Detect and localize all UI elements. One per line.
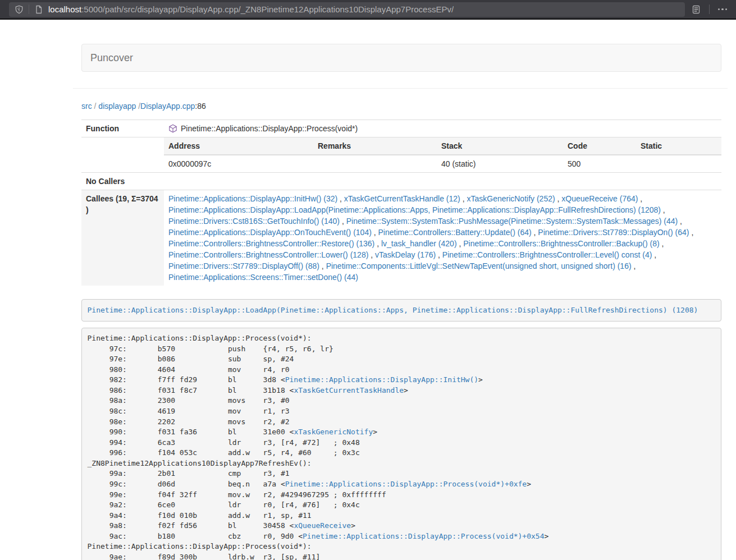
- callee-link[interactable]: Pinetime::Controllers::BrightnessControl…: [463, 239, 659, 248]
- callee-link[interactable]: xTaskGetCurrentTaskHandle (12): [344, 194, 460, 203]
- browser-toolbar: localhost:5000/path/src/displayapp/Displ…: [0, 0, 736, 20]
- reader-mode-button[interactable]: [688, 2, 704, 17]
- callee-item: Pinetime::Applications::DisplayApp::Init…: [168, 194, 342, 203]
- callee-item: Pinetime::Controllers::BrightnessControl…: [442, 250, 656, 259]
- callee-link[interactable]: Pinetime::Controllers::BrightnessControl…: [168, 239, 374, 248]
- url-path: :5000/path/src/displayapp/DisplayApp.cpp…: [81, 4, 454, 14]
- breadcrumb: src / displayapp /DisplayApp.cpp:86: [81, 100, 721, 112]
- callee-link[interactable]: Pinetime::Components::LittleVgl::SetNewT…: [326, 261, 632, 270]
- details-value-row: 0x0000097c 40 (static) 500: [164, 155, 721, 172]
- brand-link[interactable]: Puncover: [82, 44, 141, 71]
- highlighted-callee-link[interactable]: Pinetime::Applications::DisplayApp::Load…: [88, 306, 698, 314]
- asm-symbol-link[interactable]: Pinetime::Applications::DisplayApp::Proc…: [303, 532, 544, 540]
- callee-link[interactable]: Pinetime::Drivers::Cst816S::GetTouchInfo…: [168, 217, 340, 226]
- col-stack: Stack: [437, 137, 563, 155]
- asm-symbol-link[interactable]: xTaskGenericNotify: [294, 428, 373, 436]
- callee-item: Pinetime::Drivers::St7789::DisplayOn() (…: [538, 228, 693, 237]
- remarks-value: [313, 155, 437, 172]
- callee-item: xTaskGenericNotify (252) ,: [467, 194, 559, 203]
- callees-label: Callees (19, Σ=3704 ): [81, 190, 164, 286]
- main-content: Puncover src / displayapp /DisplayApp.cp…: [81, 44, 721, 560]
- stack-value: 40 (static): [437, 155, 563, 172]
- assembly-code: Pinetime::Applications::DisplayApp::Proc…: [81, 328, 721, 560]
- callee-link[interactable]: Pinetime::Applications::DisplayApp::Init…: [168, 194, 337, 203]
- toolbar-divider: [29, 4, 29, 14]
- address-value: 0x0000097c: [164, 155, 313, 172]
- callee-item: Pinetime::Applications::Screens::Timer::…: [168, 273, 358, 282]
- code-value: 500: [563, 155, 636, 172]
- asm-symbol-link[interactable]: Pinetime::Applications::DisplayApp::Proc…: [285, 480, 527, 488]
- callee-item: lv_task_handler (420) ,: [381, 239, 461, 248]
- overflow-menu-icon: [718, 8, 728, 11]
- col-code: Code: [563, 137, 636, 155]
- callee-item: Pinetime::Applications::DisplayApp::Load…: [168, 205, 665, 214]
- function-label: Function: [81, 120, 164, 137]
- callee-link[interactable]: vTaskDelay (176): [375, 250, 436, 259]
- callee-item: Pinetime::Controllers::BrightnessControl…: [168, 239, 379, 248]
- app-navbar: Puncover: [81, 44, 721, 72]
- callee-link[interactable]: xTaskGenericNotify (252): [467, 194, 555, 203]
- page-icon[interactable]: [34, 5, 43, 14]
- breadcrumb-separator: /: [94, 102, 97, 111]
- callees-row: Callees (19, Σ=3704 ) Pinetime::Applicat…: [81, 190, 721, 286]
- breadcrumb-link-src[interactable]: src: [81, 102, 92, 111]
- highlighted-callee-box: Pinetime::Applications::DisplayApp::Load…: [81, 299, 721, 322]
- breadcrumb-link-file[interactable]: DisplayApp.cpp: [140, 102, 195, 111]
- callee-link[interactable]: Pinetime::Applications::Screens::Timer::…: [168, 273, 358, 282]
- url-host: localhost: [48, 4, 81, 14]
- breadcrumb-link-displayapp[interactable]: displayapp: [98, 102, 136, 111]
- details-table: Address Remarks Stack Code Static 0x0000…: [164, 137, 721, 172]
- callee-item: Pinetime::System::SystemTask::PushMessag…: [346, 217, 682, 226]
- static-value: [636, 155, 721, 172]
- reader-mode-icon: [692, 5, 701, 14]
- callee-link[interactable]: Pinetime::Controllers::Battery::Update()…: [378, 228, 532, 237]
- symbol-table: Function Pinetime::Applications::Display…: [81, 120, 721, 286]
- overflow-menu-button[interactable]: [715, 2, 730, 17]
- callee-link[interactable]: Pinetime::Drivers::St7789::DisplayOn() (…: [538, 228, 689, 237]
- callee-link[interactable]: Pinetime::Drivers::St7789::DisplayOff() …: [168, 261, 319, 270]
- callee-link[interactable]: Pinetime::Controllers::BrightnessControl…: [168, 250, 368, 259]
- callee-link[interactable]: Pinetime::Applications::DisplayApp::Load…: [168, 205, 661, 214]
- url-text[interactable]: localhost:5000/path/src/displayapp/Displ…: [48, 4, 454, 14]
- function-name: Pinetime::Applications::DisplayApp::Proc…: [181, 123, 358, 134]
- callee-item: vTaskDelay (176) ,: [375, 250, 440, 259]
- breadcrumb-line-number: :86: [195, 102, 205, 111]
- function-row: Function Pinetime::Applications::Display…: [81, 120, 721, 137]
- shield-icon[interactable]: [15, 5, 24, 14]
- details-header-row: Address Remarks Stack Code Static: [164, 137, 721, 155]
- callees-list: Pinetime::Applications::DisplayApp::Init…: [164, 190, 721, 286]
- details-row: Address Remarks Stack Code Static 0x0000…: [81, 137, 721, 173]
- no-callers-label: No Callers: [81, 173, 164, 190]
- callee-link[interactable]: lv_task_handler (420): [381, 239, 457, 248]
- callee-item: xTaskGetCurrentTaskHandle (12) ,: [344, 194, 465, 203]
- callee-link[interactable]: Pinetime::Applications::DisplayApp::OnTo…: [168, 228, 372, 237]
- callee-item: Pinetime::Controllers::BrightnessControl…: [463, 239, 664, 248]
- no-callers-row: No Callers: [81, 173, 721, 190]
- callee-item: Pinetime::Controllers::BrightnessControl…: [168, 250, 373, 259]
- callee-link[interactable]: Pinetime::Controllers::BrightnessControl…: [442, 250, 652, 259]
- cube-icon: [168, 124, 177, 133]
- col-static: Static: [636, 137, 721, 155]
- callee-item: Pinetime::Drivers::St7789::DisplayOff() …: [168, 261, 324, 270]
- asm-symbol-link[interactable]: xTaskGetCurrentTaskHandle: [294, 386, 404, 394]
- asm-symbol-link[interactable]: xQueueReceive: [294, 521, 351, 530]
- callee-item: Pinetime::Applications::DisplayApp::OnTo…: [168, 228, 376, 237]
- col-address: Address: [164, 137, 313, 155]
- toolbar-divider: [709, 4, 710, 14]
- url-bar[interactable]: localhost:5000/path/src/displayapp/Displ…: [9, 2, 685, 17]
- callee-item: xQueueReceive (764) ,: [561, 194, 642, 203]
- callee-link[interactable]: Pinetime::System::SystemTask::PushMessag…: [346, 217, 678, 226]
- callee-link[interactable]: xQueueReceive (764): [561, 194, 638, 203]
- asm-symbol-link[interactable]: Pinetime::Applications::DisplayApp::Init…: [285, 375, 478, 384]
- col-remarks: Remarks: [313, 137, 437, 155]
- divider-rule: [73, 88, 728, 89]
- callee-item: Pinetime::Controllers::Battery::Update()…: [378, 228, 536, 237]
- callee-item: Pinetime::Components::LittleVgl::SetNewT…: [326, 261, 636, 270]
- callee-item: Pinetime::Drivers::Cst816S::GetTouchInfo…: [168, 217, 344, 226]
